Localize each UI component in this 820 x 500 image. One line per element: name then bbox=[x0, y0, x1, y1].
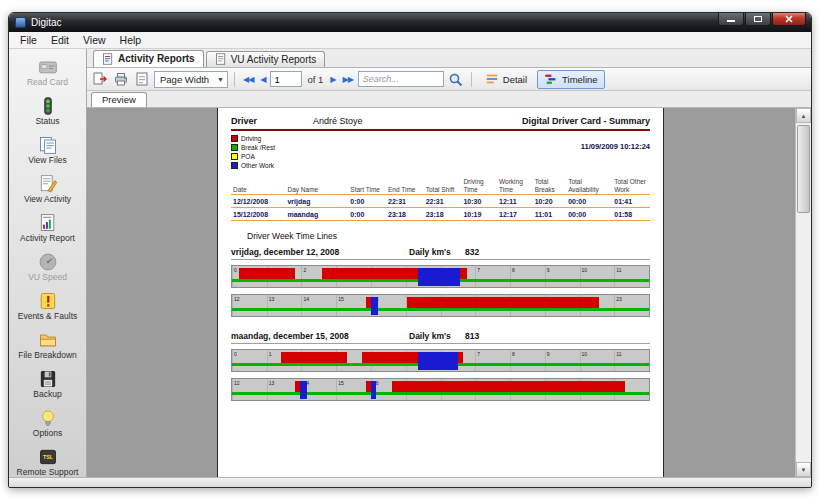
table-cell: 01:58 bbox=[612, 208, 650, 221]
search-input[interactable] bbox=[358, 71, 444, 87]
segment-driving bbox=[407, 297, 598, 308]
sidebar-item-options[interactable]: Options bbox=[11, 406, 85, 440]
sidebar-item-file-breakdown[interactable]: File Breakdown bbox=[11, 328, 85, 362]
print-button[interactable] bbox=[112, 70, 130, 88]
sidebar-item-label: Status bbox=[35, 117, 59, 126]
timeline-hour-cell: 12 bbox=[232, 295, 267, 316]
timeline-hour-cell: 9 bbox=[545, 266, 580, 287]
table-cell: 23:18 bbox=[386, 208, 424, 221]
toolbar-separator bbox=[471, 72, 472, 87]
week-lines-title: Driver Week Time Lines bbox=[247, 231, 650, 241]
sidebar-item-view-files[interactable]: View Files bbox=[11, 133, 85, 167]
last-page-button[interactable]: ▶▶ bbox=[340, 75, 354, 84]
segment-driving bbox=[458, 352, 463, 363]
scroll-down-arrow[interactable]: ▼ bbox=[796, 462, 811, 477]
report-page: Driver André Stoye Digital Driver Card -… bbox=[217, 108, 664, 477]
driver-name: André Stoye bbox=[313, 116, 522, 126]
timeline-hour-cell: 8 bbox=[510, 266, 545, 287]
table-header-cell: Working Time bbox=[497, 177, 533, 195]
legend-item: Other Work bbox=[231, 161, 275, 170]
next-page-button[interactable]: ▶ bbox=[328, 75, 337, 84]
first-page-button[interactable]: ◀◀ bbox=[241, 75, 255, 84]
sidebar-item-vu-speed[interactable]: VU Speed bbox=[11, 250, 85, 284]
break-rest-line bbox=[232, 308, 649, 311]
segment-driving bbox=[362, 352, 418, 363]
legend-swatch bbox=[231, 153, 238, 160]
tab-vu-activity-reports[interactable]: VU Activity Reports bbox=[206, 51, 326, 67]
sidebar-item-label: Read Card bbox=[27, 78, 68, 87]
minimize-icon bbox=[727, 20, 735, 22]
timeline-icon bbox=[544, 72, 558, 86]
chevron-down-icon: ▼ bbox=[217, 76, 224, 83]
table-cell: 10:20 bbox=[533, 195, 567, 208]
table-header-cell: Driving Time bbox=[461, 177, 497, 195]
detail-button[interactable]: Detail bbox=[478, 70, 534, 89]
tab-activity-reports[interactable]: Activity Reports bbox=[93, 50, 204, 67]
sidebar-item-label: Remote Support bbox=[17, 468, 79, 477]
search-icon bbox=[448, 72, 463, 87]
timeline-hour-cell: 14 bbox=[301, 379, 336, 400]
close-icon bbox=[785, 15, 793, 23]
daily-km-value: 813 bbox=[465, 331, 479, 341]
table-cell: 00:00 bbox=[566, 195, 612, 208]
close-button[interactable] bbox=[772, 13, 806, 26]
segment-other bbox=[418, 352, 458, 370]
sidebar-item-read-card[interactable]: Read Card bbox=[11, 55, 85, 89]
table-header-cell: Total Shift bbox=[424, 177, 462, 195]
scrollbar-track[interactable] bbox=[796, 123, 811, 462]
daily-km-label: Daily km's bbox=[409, 331, 465, 341]
prev-page-button[interactable]: ◀ bbox=[258, 75, 267, 84]
menu-help[interactable]: Help bbox=[113, 33, 149, 47]
sidebar-item-status[interactable]: Status bbox=[11, 94, 85, 128]
content-panel: Activity Reports VU Activity Reports Pag… bbox=[87, 49, 811, 477]
legend-label: Driving bbox=[241, 135, 261, 142]
menu-edit[interactable]: Edit bbox=[44, 33, 76, 47]
sidebar-item-label: File Breakdown bbox=[18, 351, 77, 360]
timeline-button[interactable]: Timeline bbox=[537, 70, 605, 89]
statusbar bbox=[9, 477, 811, 487]
segment-driving bbox=[392, 381, 625, 392]
segment-other bbox=[300, 381, 307, 399]
timeline-day-section: maandag, december 15, 2008Daily km's8130… bbox=[231, 331, 650, 401]
timeline-hour-cell: 14 bbox=[301, 295, 336, 316]
timeline-band: 121314151617181920212223 bbox=[231, 378, 650, 401]
table-cell: 12:17 bbox=[497, 208, 533, 221]
sidebar-item-backup[interactable]: Backup bbox=[11, 367, 85, 401]
sidebar-item-remote-support[interactable]: TSL Remote Support bbox=[11, 445, 85, 479]
scroll-up-arrow[interactable]: ▲ bbox=[796, 108, 811, 123]
page-number-input[interactable] bbox=[270, 71, 302, 87]
maximize-button[interactable] bbox=[745, 13, 771, 26]
sidebar-item-events-faults[interactable]: Events & Faults bbox=[11, 289, 85, 323]
tab-preview[interactable]: Preview bbox=[91, 92, 147, 107]
segment-driving bbox=[281, 352, 347, 363]
timeline-hour-cell: 8 bbox=[510, 350, 545, 371]
page-setup-button[interactable] bbox=[133, 70, 151, 88]
report-header: Driver André Stoye Digital Driver Card -… bbox=[231, 116, 650, 126]
table-row: 15/12/2008maandag0:0023:1823:1810:1912:1… bbox=[231, 208, 650, 221]
timeline-band: 01234567891011 bbox=[231, 265, 650, 288]
preview-area: Driver André Stoye Digital Driver Card -… bbox=[87, 108, 811, 477]
sidebar-item-activity-report[interactable]: Activity Report bbox=[11, 211, 85, 245]
vertical-scrollbar[interactable]: ▲ ▼ bbox=[795, 108, 811, 477]
search-button[interactable] bbox=[447, 70, 465, 88]
sidebar-item-label: Activity Report bbox=[20, 234, 75, 243]
timeline-day-header: vrijdag, december 12, 2008Daily km's832 bbox=[231, 247, 650, 260]
menu-file[interactable]: File bbox=[13, 33, 44, 47]
report-toolbar: Page Width ▼ ◀◀ ◀ of 1 ▶ ▶▶ Detail bbox=[87, 68, 811, 91]
detail-label: Detail bbox=[503, 74, 527, 85]
activity-reports-tab-icon bbox=[102, 53, 114, 65]
zoom-select[interactable]: Page Width ▼ bbox=[154, 71, 228, 88]
timeline-hour-cell: 23 bbox=[614, 295, 649, 316]
activity-legend: DrivingBreak /RestPOAOther Work bbox=[231, 134, 275, 170]
sidebar-item-view-activity[interactable]: View Activity bbox=[11, 172, 85, 206]
table-header-cell: Total Availability bbox=[566, 177, 612, 195]
timeline-hour-cell: 11 bbox=[614, 350, 649, 371]
menu-view[interactable]: View bbox=[76, 33, 113, 47]
sidebar-item-label: VU Speed bbox=[28, 273, 67, 282]
export-button[interactable] bbox=[91, 70, 109, 88]
table-header-cell: Total Breaks bbox=[533, 177, 567, 195]
scrollbar-thumb[interactable] bbox=[797, 125, 810, 213]
toolbar-separator bbox=[234, 72, 235, 87]
detail-icon bbox=[485, 72, 499, 86]
minimize-button[interactable] bbox=[718, 13, 744, 26]
